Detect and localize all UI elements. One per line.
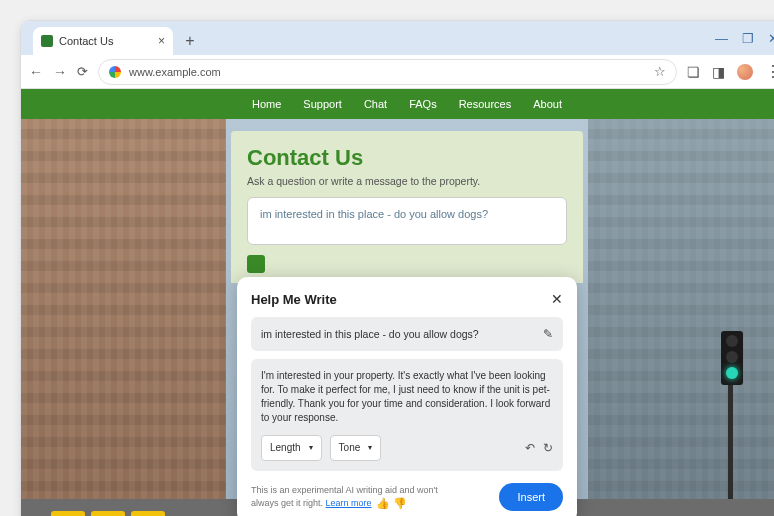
submit-button[interactable] xyxy=(247,255,265,273)
chevron-down-icon: ▾ xyxy=(309,442,313,453)
insert-button[interactable]: Insert xyxy=(499,483,563,511)
profile-avatar[interactable] xyxy=(737,64,753,80)
traffic-light xyxy=(721,331,743,385)
chevron-down-icon: ▾ xyxy=(368,442,372,453)
new-tab-button[interactable]: + xyxy=(179,30,201,52)
generated-text: I'm interested in your property. It's ex… xyxy=(261,369,553,425)
nav-link-resources[interactable]: Resources xyxy=(459,98,512,110)
disclaimer-text: This is an experimental AI writing aid a… xyxy=(251,484,441,511)
traffic-light-yellow xyxy=(726,351,738,363)
browser-tab[interactable]: Contact Us × xyxy=(33,27,173,55)
back-button[interactable]: ← xyxy=(29,64,43,80)
page-title: Contact Us xyxy=(247,145,567,171)
edit-prompt-icon[interactable]: ✎ xyxy=(543,327,553,341)
close-icon[interactable]: ✕ xyxy=(551,291,563,307)
site-nav: Home Support Chat FAQs Resources About xyxy=(21,89,774,119)
building-right xyxy=(588,119,774,516)
favicon-icon xyxy=(41,35,53,47)
original-prompt-row: im interested in this place - do you all… xyxy=(251,317,563,351)
window-minimize-button[interactable]: — xyxy=(715,31,728,46)
traffic-light-red xyxy=(726,335,738,347)
nav-link-chat[interactable]: Chat xyxy=(364,98,387,110)
tab-strip: Contact Us × + — ❐ ✕ xyxy=(21,21,774,55)
extensions-icon[interactable]: ❏ xyxy=(687,64,700,80)
nav-link-support[interactable]: Support xyxy=(303,98,342,110)
nav-link-faqs[interactable]: FAQs xyxy=(409,98,437,110)
side-panel-icon[interactable]: ◨ xyxy=(712,64,725,80)
traffic-light-green xyxy=(726,367,738,379)
taxi-icon xyxy=(91,511,125,516)
learn-more-link[interactable]: Learn more xyxy=(326,498,372,508)
original-prompt-text: im interested in this place - do you all… xyxy=(261,328,479,340)
regenerate-icon[interactable]: ↻ xyxy=(543,440,553,457)
browser-toolbar: ← → ⟳ www.example.com ☆ ❏ ◨ ⋮ xyxy=(21,55,774,89)
site-info-icon[interactable] xyxy=(109,66,121,78)
window-restore-button[interactable]: ❐ xyxy=(742,31,754,46)
nav-link-home[interactable]: Home xyxy=(252,98,281,110)
window-close-button[interactable]: ✕ xyxy=(768,31,774,46)
page-content: Home Support Chat FAQs Resources About C… xyxy=(21,89,774,516)
taxi-icon xyxy=(131,511,165,516)
browser-window: Contact Us × + — ❐ ✕ ← → ⟳ www.example.c… xyxy=(20,20,774,516)
toolbar-right: ❏ ◨ ⋮ xyxy=(687,64,774,80)
tone-label: Tone xyxy=(339,441,361,455)
modal-title: Help Me Write xyxy=(251,292,337,307)
message-textarea[interactable]: im interested in this place - do you all… xyxy=(247,197,567,245)
tone-dropdown[interactable]: Tone ▾ xyxy=(330,435,382,461)
bookmark-star-icon[interactable]: ☆ xyxy=(654,64,666,79)
message-value: im interested in this place - do you all… xyxy=(260,208,488,220)
window-controls: — ❐ ✕ xyxy=(715,21,774,55)
thumbs-down-icon[interactable]: 👎 xyxy=(393,496,407,511)
menu-icon[interactable]: ⋮ xyxy=(765,64,774,80)
url-text: www.example.com xyxy=(129,66,221,78)
generated-box: I'm interested in your property. It's ex… xyxy=(251,359,563,471)
building-left xyxy=(21,119,226,516)
help-me-write-panel: Help Me Write ✕ im interested in this pl… xyxy=(237,277,577,516)
contact-card: Contact Us Ask a question or write a mes… xyxy=(231,131,583,283)
undo-icon[interactable]: ↶ xyxy=(525,440,535,457)
tab-close-icon[interactable]: × xyxy=(158,34,165,48)
tab-title: Contact Us xyxy=(59,35,113,47)
length-label: Length xyxy=(270,441,301,455)
reload-button[interactable]: ⟳ xyxy=(77,64,88,79)
length-dropdown[interactable]: Length ▾ xyxy=(261,435,322,461)
thumbs-up-icon[interactable]: 👍 xyxy=(376,496,390,511)
page-subtitle: Ask a question or write a message to the… xyxy=(247,175,567,187)
taxi-icon xyxy=(51,511,85,516)
forward-button[interactable]: → xyxy=(53,64,67,80)
nav-link-about[interactable]: About xyxy=(533,98,562,110)
address-bar[interactable]: www.example.com ☆ xyxy=(98,59,677,85)
